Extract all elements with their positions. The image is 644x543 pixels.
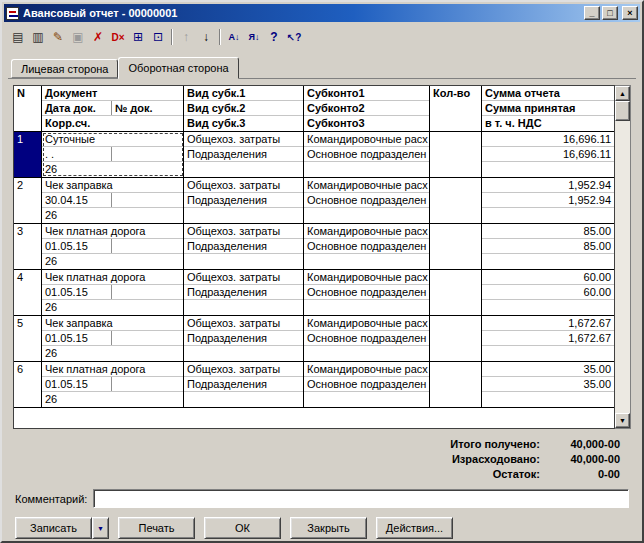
print-icon[interactable]: ▤ bbox=[8, 28, 28, 46]
window-title: Авансовый отчет - 00000001 bbox=[23, 7, 584, 19]
doc-date: 01.05.15 bbox=[42, 239, 112, 253]
document-cell[interactable]: Чек платная дорога 01.05.15 26 bbox=[42, 224, 184, 269]
header-sum: Сумма отчета Сумма принятая в т. ч. НДС bbox=[482, 86, 614, 131]
quantity-cell[interactable] bbox=[430, 132, 482, 177]
preview-icon[interactable]: ▥ bbox=[28, 28, 48, 46]
sum-cell[interactable]: 1,952.94 1,952.94 bbox=[482, 178, 614, 223]
tab-back-side[interactable]: Оборотная сторона bbox=[118, 57, 238, 79]
subkind-cell[interactable]: Общехоз. затраты Подразделения bbox=[184, 316, 304, 361]
document-cell[interactable]: Чек заправка 01.05.15 26 bbox=[42, 316, 184, 361]
tab-label: Оборотная сторона bbox=[128, 62, 228, 74]
doc-date: 30.04.15 bbox=[42, 193, 112, 207]
table-row: 6 Чек платная дорога 01.05.15 26 Общехоз… bbox=[14, 362, 614, 408]
title-bar: Авансовый отчет - 00000001 _ □ × bbox=[4, 4, 640, 22]
sort-desc-icon[interactable]: Я↓ bbox=[244, 28, 264, 46]
doc-date: 01.05.15 bbox=[42, 285, 112, 299]
document-name: Чек платная дорога bbox=[42, 362, 183, 377]
doc-date: . . bbox=[42, 147, 112, 161]
move-up-icon[interactable]: ↑ bbox=[176, 28, 196, 46]
save-button[interactable]: Записать bbox=[15, 517, 92, 539]
row-select-cell[interactable]: 4 bbox=[14, 270, 42, 315]
edit-row-icon[interactable]: ✎ bbox=[48, 28, 68, 46]
table-row: 5 Чек заправка 01.05.15 26 Общехоз. затр… bbox=[14, 316, 614, 362]
close-form-button[interactable]: Закрыть bbox=[290, 517, 367, 539]
scroll-thumb[interactable] bbox=[615, 101, 630, 121]
document-cell[interactable]: Суточные . . 26 bbox=[42, 132, 184, 177]
doc-number bbox=[112, 239, 183, 253]
sum-cell[interactable]: 85.00 85.00 bbox=[482, 224, 614, 269]
toolbar: ▤ ▥ ✎ ▣ ✗ D× ⊞ ⊡ ↑ ↓ А↓ Я↓ ? ↖? bbox=[4, 25, 640, 49]
move-down-icon[interactable]: ↓ bbox=[196, 28, 216, 46]
row-select-cell[interactable]: 3 bbox=[14, 224, 42, 269]
sum-cell[interactable]: 35.00 35.00 bbox=[482, 362, 614, 407]
vertical-scrollbar[interactable]: ▲ ▼ bbox=[615, 85, 631, 429]
subconto-cell[interactable]: Командировочные расх Основное подразделе… bbox=[304, 132, 430, 177]
subconto-cell[interactable]: Командировочные расх Основное подразделе… bbox=[304, 316, 430, 361]
footer-buttons: Записать ▼ Печать ОК Закрыть Действия... bbox=[15, 517, 629, 539]
subconto-cell[interactable]: Командировочные расх Основное подразделе… bbox=[304, 270, 430, 315]
tab-front-side[interactable]: Лицевая сторона bbox=[11, 59, 118, 78]
quantity-cell[interactable] bbox=[430, 178, 482, 223]
items-table: N Документ Дата док. № док. Корр.сч. Вид… bbox=[13, 85, 631, 429]
table-row: 1 Суточные . . 26 Общехоз. затраты Подра… bbox=[14, 132, 614, 178]
row-select-cell[interactable]: 5 bbox=[14, 316, 42, 361]
doc-number bbox=[112, 147, 183, 161]
sum-cell[interactable]: 1,672.67 1,672.67 bbox=[482, 316, 614, 361]
subconto-cell[interactable]: Командировочные расх Основное подразделе… bbox=[304, 224, 430, 269]
minimize-button[interactable]: _ bbox=[584, 6, 600, 20]
context-help-icon[interactable]: ↖? bbox=[284, 28, 304, 46]
scroll-track[interactable] bbox=[615, 121, 630, 413]
subkind-cell[interactable]: Общехоз. затраты Подразделения bbox=[184, 178, 304, 223]
subconto-cell[interactable]: Командировочные расх Основное подразделе… bbox=[304, 362, 430, 407]
save-options-button[interactable]: ▼ bbox=[92, 517, 109, 539]
mark-delete-icon[interactable]: D× bbox=[108, 28, 128, 46]
table-settings-icon[interactable]: ⊡ bbox=[148, 28, 168, 46]
row-select-cell[interactable]: 1 bbox=[14, 132, 42, 177]
document-cell[interactable]: Чек платная дорога 01.05.15 26 bbox=[42, 362, 184, 407]
subkind-cell[interactable]: Общехоз. затраты Подразделения bbox=[184, 270, 304, 315]
document-cell[interactable]: Чек платная дорога 01.05.15 26 bbox=[42, 270, 184, 315]
actions-button[interactable]: Действия... bbox=[376, 517, 453, 539]
total-balance-label: Остаток: bbox=[493, 467, 540, 482]
corr-account: 26 bbox=[42, 162, 183, 177]
help-icon[interactable]: ? bbox=[264, 28, 284, 46]
scroll-down-button[interactable]: ▼ bbox=[615, 413, 630, 428]
total-balance-value: 0-00 bbox=[540, 467, 620, 482]
comment-label: Комментарий: bbox=[15, 493, 87, 505]
quantity-cell[interactable] bbox=[430, 224, 482, 269]
corr-account: 26 bbox=[42, 208, 183, 223]
totals: Итого получено: 40,000-00 Израсходовано:… bbox=[4, 437, 640, 482]
corr-account: 26 bbox=[42, 300, 183, 315]
comment-input[interactable] bbox=[93, 489, 629, 508]
toolbar-separator bbox=[219, 29, 221, 45]
quantity-cell[interactable] bbox=[430, 362, 482, 407]
corr-account: 26 bbox=[42, 392, 183, 407]
subconto-cell[interactable]: Командировочные расх Основное подразделе… bbox=[304, 178, 430, 223]
delete-row-icon[interactable]: ✗ bbox=[88, 28, 108, 46]
document-name: Чек заправка bbox=[42, 178, 183, 193]
doc-number bbox=[112, 193, 183, 207]
sum-cell[interactable]: 60.00 60.00 bbox=[482, 270, 614, 315]
header-document: Документ Дата док. № док. Корр.сч. bbox=[42, 86, 184, 131]
ok-button[interactable]: ОК bbox=[204, 517, 281, 539]
print-button[interactable]: Печать bbox=[118, 517, 195, 539]
scroll-up-button[interactable]: ▲ bbox=[615, 86, 630, 101]
row-select-cell[interactable]: 2 bbox=[14, 178, 42, 223]
new-row-icon[interactable]: ⊞ bbox=[128, 28, 148, 46]
document-name: Чек заправка bbox=[42, 316, 183, 331]
total-spent-label: Израсходовано: bbox=[452, 452, 540, 467]
quantity-cell[interactable] bbox=[430, 316, 482, 361]
subkind-cell[interactable]: Общехоз. затраты Подразделения bbox=[184, 362, 304, 407]
window: Авансовый отчет - 00000001 _ □ × ▤ ▥ ✎ ▣… bbox=[0, 0, 644, 543]
quantity-cell[interactable] bbox=[430, 270, 482, 315]
total-received-label: Итого получено: bbox=[450, 437, 540, 452]
subkind-cell[interactable]: Общехоз. затраты Подразделения bbox=[184, 132, 304, 177]
sort-asc-icon[interactable]: А↓ bbox=[224, 28, 244, 46]
row-select-cell[interactable]: 6 bbox=[14, 362, 42, 407]
document-cell[interactable]: Чек заправка 30.04.15 26 bbox=[42, 178, 184, 223]
maximize-button[interactable]: □ bbox=[602, 6, 618, 20]
subkind-cell[interactable]: Общехоз. затраты Подразделения bbox=[184, 224, 304, 269]
sum-cell[interactable]: 16,696.11 16,696.11 bbox=[482, 132, 614, 177]
copy-row-icon[interactable]: ▣ bbox=[68, 28, 88, 46]
close-button[interactable]: × bbox=[622, 6, 638, 20]
